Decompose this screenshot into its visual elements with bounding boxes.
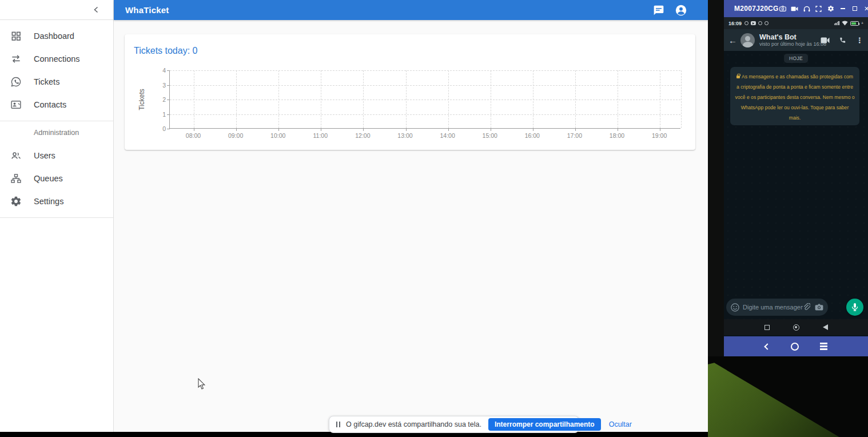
emoji-icon[interactable] xyxy=(731,303,739,312)
dashboard-icon xyxy=(9,29,23,43)
gear-icon[interactable] xyxy=(827,5,835,13)
notification-icon xyxy=(758,21,762,25)
share-message: O gifcap.dev está compartilhando sua tel… xyxy=(346,420,481,428)
sidebar-item-label: Tickets xyxy=(34,77,59,86)
sidebar-nav: Dashboard Connections Tickets Contacts xyxy=(0,20,113,218)
call-icon[interactable] xyxy=(839,36,847,44)
recents-icon[interactable] xyxy=(765,325,770,330)
contact-name: What's Bot xyxy=(759,33,821,41)
android-status-bar: 16:09 + xyxy=(724,17,868,29)
paperclip-icon[interactable] xyxy=(803,303,810,311)
fullscreen-icon[interactable] xyxy=(815,5,823,13)
android-nav-bar xyxy=(724,319,868,335)
sidebar-item-label: Settings xyxy=(34,197,63,206)
chat-area: HOJE As mensagens e as chamadas são prot… xyxy=(724,51,868,319)
chart-y-labels: 01234 xyxy=(148,70,166,129)
camera-icon[interactable] xyxy=(779,5,787,13)
sidebar-section-administration: Administration xyxy=(0,121,113,144)
sidebar-item-label: Dashboard xyxy=(34,31,74,41)
stop-sharing-button[interactable]: Interromper compartilhamento xyxy=(488,418,601,431)
tree-icon xyxy=(9,172,23,185)
desktop-wallpaper xyxy=(708,356,868,437)
encryption-notice[interactable]: As mensagens e as chamadas são protegida… xyxy=(730,67,859,125)
x-tick-label: 08:00 xyxy=(186,132,201,139)
sidebar-item-users[interactable]: Users xyxy=(0,144,113,167)
x-tick-label: 18:00 xyxy=(610,132,624,139)
maximize-icon[interactable] xyxy=(851,5,859,13)
tickets-today-card: Tickets today: 0 Tickets 01234 08:0009:0… xyxy=(125,34,695,150)
sidebar-item-settings[interactable]: Settings xyxy=(0,190,113,213)
message-input[interactable]: Digite uma mensagem xyxy=(726,299,828,316)
sidebar-item-dashboard[interactable]: Dashboard xyxy=(0,25,113,47)
x-tick-label: 13:00 xyxy=(397,132,412,139)
mic-icon xyxy=(851,303,858,312)
phone-window-titlebar[interactable]: M2007J20CG ✕ xyxy=(724,0,868,17)
sidebar-item-connections[interactable]: Connections xyxy=(0,47,113,70)
sidebar-item-label: Connections xyxy=(34,54,80,63)
whatsapp-icon xyxy=(9,75,23,89)
sidebar-item-label: Contacts xyxy=(34,100,66,109)
scrcpy-phone-window: M2007J20CG ✕ 16:09 xyxy=(724,0,868,356)
videocam-icon[interactable] xyxy=(821,37,830,43)
contact-avatar[interactable] xyxy=(740,33,755,47)
message-input-row: Digite uma mensagem xyxy=(724,298,868,316)
battery-icon xyxy=(850,21,859,26)
youtube-notification-icon xyxy=(751,21,756,25)
phone-window-title: M2007J20CG xyxy=(734,5,779,13)
hide-share-bar-link[interactable]: Ocultar xyxy=(609,420,632,428)
y-tick-label: 0 xyxy=(162,125,166,132)
chat-icon[interactable] xyxy=(652,4,665,17)
sidebar-item-tickets[interactable]: Tickets xyxy=(0,70,113,93)
alarm-icon xyxy=(744,21,748,25)
wifi-icon xyxy=(842,21,848,26)
contact-last-seen: visto por último hoje às 16:08 xyxy=(759,41,821,47)
sidebar-header xyxy=(0,0,113,20)
encryption-notice-text: As mensagens e as chamadas são protegida… xyxy=(735,74,854,121)
chart-y-axis-title: Tickets xyxy=(137,70,146,129)
notification-icon xyxy=(765,21,769,25)
x-tick-label: 14:00 xyxy=(440,132,455,139)
message-placeholder: Digite uma mensagem xyxy=(743,304,803,311)
x-tick-label: 10:00 xyxy=(270,132,285,139)
mic-button[interactable] xyxy=(846,299,863,316)
contact-info[interactable]: What's Bot visto por último hoje às 16:0… xyxy=(759,33,821,47)
app-title: WhaTicket xyxy=(125,5,169,15)
x-tick-label: 16:00 xyxy=(525,132,540,139)
collapse-sidebar-button[interactable] xyxy=(89,3,103,17)
contact-card-icon xyxy=(9,98,23,112)
menu-icon[interactable] xyxy=(820,343,827,350)
x-tick-label: 11:00 xyxy=(313,132,328,139)
y-tick-label: 3 xyxy=(162,82,166,89)
sidebar: Dashboard Connections Tickets Contacts xyxy=(0,0,114,432)
x-tick-label: 19:00 xyxy=(652,132,667,139)
date-chip: HOJE xyxy=(784,54,808,63)
tickets-chart: Tickets 01234 08:0009:0010:0011:0012:001… xyxy=(125,34,695,150)
back-icon[interactable] xyxy=(823,324,828,330)
home-icon[interactable] xyxy=(793,324,799,331)
chevron-left-icon xyxy=(93,6,99,14)
people-icon xyxy=(9,149,23,162)
sidebar-item-contacts[interactable]: Contacts xyxy=(0,93,113,116)
minimize-icon[interactable] xyxy=(839,5,847,13)
account-circle-icon[interactable] xyxy=(675,4,687,17)
videocam-icon[interactable] xyxy=(791,5,799,13)
home-circle-icon[interactable] xyxy=(791,343,799,351)
whaticket-app-window: Dashboard Connections Tickets Contacts xyxy=(0,0,708,432)
status-time: 16:09 xyxy=(728,21,742,26)
sidebar-item-label: Queues xyxy=(34,174,63,183)
chart-plot xyxy=(169,70,680,129)
back-chevron-icon[interactable] xyxy=(764,343,770,349)
lock-icon xyxy=(736,76,740,78)
sidebar-item-queues[interactable]: Queues xyxy=(0,167,113,190)
camera-icon[interactable] xyxy=(815,304,823,311)
close-icon[interactable]: ✕ xyxy=(863,5,868,13)
charging-icon: + xyxy=(861,21,863,25)
whatsapp-header: ← What's Bot visto por último hoje às 16… xyxy=(724,29,868,51)
y-tick-label: 4 xyxy=(162,67,166,74)
pause-icon xyxy=(336,422,340,427)
headphones-icon[interactable] xyxy=(803,5,811,13)
back-arrow-icon[interactable]: ← xyxy=(728,35,737,45)
kebab-menu-icon[interactable]: ⋮ xyxy=(856,36,863,45)
sidebar-divider xyxy=(0,217,113,218)
x-tick-label: 12:00 xyxy=(355,132,370,139)
